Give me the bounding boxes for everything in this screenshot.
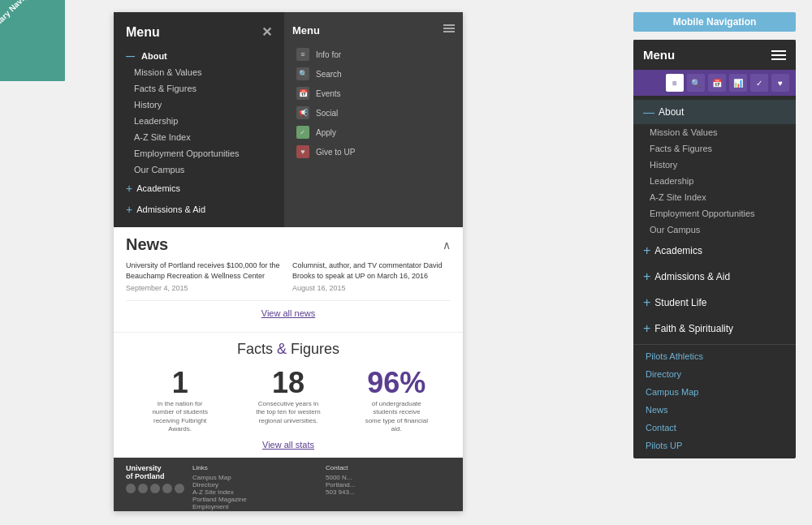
mobile-blue-link-campus-map[interactable]: Campus Map <box>633 383 796 401</box>
dropdown-item-history[interactable]: History <box>114 97 284 113</box>
search-label: Search <box>316 70 342 79</box>
dropdown-item-mission[interactable]: Mission & Values <box>114 64 284 80</box>
mobile-blue-link-contact[interactable]: Contact <box>633 419 796 437</box>
dropdown-plus-icon: + <box>126 203 132 216</box>
footer-addr1: 5000 N... <box>326 474 451 481</box>
news-title: News <box>126 235 168 254</box>
footer-addr2: Portland... <box>326 481 451 488</box>
footer-link-2[interactable]: Directory <box>192 481 317 488</box>
dropdown-item-facts[interactable]: Facts & Figures <box>114 80 284 97</box>
mobile-blue-link-directory[interactable]: Directory <box>633 365 796 383</box>
mobile-nav-label: Mobile Navigation <box>633 12 796 32</box>
footer-contact-header: Contact <box>326 464 451 471</box>
mobile-blue-link-pilots-up[interactable]: Pilots UP <box>633 437 796 454</box>
dropdown-title: Menu <box>126 25 160 40</box>
mobile-sub-leadership[interactable]: Leadership <box>633 173 796 189</box>
dropdown-about-label: About <box>141 51 167 61</box>
mobile-about-label: About <box>659 106 684 118</box>
mobile-blue-link-pilots-athletics[interactable]: Pilots Athletics <box>633 347 796 365</box>
social-label: Social <box>316 109 338 118</box>
mobile-section-academics[interactable]: + Academics <box>633 238 796 264</box>
mobile-menu-container: Menu ≡ 🔍 📅 📊 ✓ ♥ — About Mission & Value… <box>633 40 796 458</box>
fact-2-desc: Consecutive years in the top ten for wes… <box>256 400 321 425</box>
mobile-nav-area: Mobile Navigation Menu ≡ 🔍 📅 📊 ✓ ♥ — Abo… <box>633 12 796 458</box>
footer-contact: Contact 5000 N... Portland... 503 943... <box>326 464 451 510</box>
dropdown-right-item-give[interactable]: ♥ Give to UP <box>284 142 463 161</box>
mobile-section-faith[interactable]: + Faith & Spirituality <box>633 316 796 342</box>
mobile-sub-az[interactable]: A-Z Site Index <box>633 189 796 205</box>
info-for-icon: ≡ <box>296 48 309 61</box>
fact-item-2: 18 Consecutive years in the top ten for … <box>256 366 321 434</box>
mobile-icon-stats[interactable]: 📊 <box>729 74 747 92</box>
dropdown-academics-label: Academics <box>136 183 180 193</box>
mobile-sub-history[interactable]: History <box>633 157 796 173</box>
mobile-sub-our-campus[interactable]: Our Campus <box>633 222 796 238</box>
dropdown-item-employment[interactable]: Employment Opportunities <box>114 145 284 161</box>
dropdown-item-leadership[interactable]: Leadership <box>114 113 284 129</box>
dropdown-menu: Menu ✕ — About Mission & Values Facts & … <box>114 12 463 227</box>
fact-1-desc: In the nation for number of students rec… <box>148 400 213 434</box>
mobile-plus-icon: + <box>643 321 650 336</box>
fact-3-desc: of undergraduate students receive some t… <box>364 400 429 434</box>
dropdown-right-item-events[interactable]: 📅 Events <box>284 84 463 103</box>
view-all-news[interactable]: View all news <box>126 300 451 324</box>
dropdown-section-academics[interactable]: + Academics <box>114 178 284 199</box>
mobile-hamburger-icon[interactable] <box>771 50 786 60</box>
dropdown-right-item-social[interactable]: 📢 Social <box>284 103 463 123</box>
mobile-plus-icon: + <box>643 243 650 258</box>
view-all-stats-link[interactable]: View all stats <box>126 440 451 450</box>
mobile-menu-title: Menu <box>643 48 675 62</box>
footer-logo: University of Portland <box>126 464 184 510</box>
footer-link-3[interactable]: A-Z Site Index <box>192 488 317 496</box>
dropdown-dash-icon: — <box>126 51 135 61</box>
mobile-active-dash: — <box>643 105 654 118</box>
mobile-icon-search[interactable]: 🔍 <box>687 74 705 92</box>
website-area: University of Portland i ∨ PL Menu ✕ — <box>114 12 463 511</box>
facts-section: Facts & Figures 1 In the nation for numb… <box>114 332 463 458</box>
news-grid: University of Portland receives $100,000… <box>126 260 451 294</box>
mobile-item-about[interactable]: — About <box>633 100 796 124</box>
fact-item-3: 96% of undergraduate students receive so… <box>364 366 429 434</box>
ampersand-icon: & <box>277 341 291 357</box>
news-item-2-text: Columnist, author, and TV commentator Da… <box>292 260 451 281</box>
footer-link-1[interactable]: Campus Map <box>192 474 317 481</box>
fact-1-number: 1 <box>148 366 213 400</box>
dropdown-student-life-label: Student Life <box>136 226 184 227</box>
dropdown-right-item-apply[interactable]: ✓ Apply <box>284 123 463 142</box>
facts-title: Facts & Figures <box>126 341 451 358</box>
dropdown-right-item-inffor[interactable]: ≡ Info for <box>284 45 463 64</box>
site-footer: University of Portland Links Campus Map … <box>114 458 463 511</box>
mobile-sub-employment[interactable]: Employment Opportunities <box>633 205 796 222</box>
mobile-sub-mission[interactable]: Mission & Values <box>633 124 796 140</box>
view-all-news-link[interactable]: View all news <box>261 308 315 318</box>
mobile-blue-link-news[interactable]: News <box>633 401 796 419</box>
news-item-1-date: September 4, 2015 <box>126 283 284 294</box>
mobile-divider <box>633 344 796 345</box>
news-collapse-button[interactable]: ∧ <box>443 239 451 252</box>
mobile-icon-calendar[interactable]: 📅 <box>708 74 726 92</box>
dropdown-close-button[interactable]: ✕ <box>261 24 272 40</box>
mobile-icon-apply[interactable]: ✓ <box>750 74 768 92</box>
info-for-label: Info for <box>316 50 341 59</box>
mobile-plus-icon: + <box>643 295 650 310</box>
mobile-menu-header: Menu <box>633 40 796 70</box>
news-item-2: Columnist, author, and TV commentator Da… <box>292 260 451 294</box>
dropdown-section-student-life[interactable]: + Student Life <box>114 220 284 227</box>
dropdown-section-admissions[interactable]: + Admissions & Aid <box>114 199 284 220</box>
dropdown-item-about[interactable]: — About <box>114 48 284 64</box>
footer-link-5[interactable]: Employment <box>192 503 317 510</box>
dropdown-item-campus[interactable]: Our Campus <box>114 161 284 178</box>
dropdown-header: Menu ✕ <box>114 20 284 48</box>
mobile-sub-facts[interactable]: Facts & Figures <box>633 140 796 157</box>
dropdown-right-item-search[interactable]: 🔍 Search <box>284 64 463 84</box>
dropdown-item-az[interactable]: A-Z Site Index <box>114 129 284 145</box>
mobile-icon-menu[interactable]: ≡ <box>666 74 684 92</box>
mobile-section-student-life[interactable]: + Student Life <box>633 290 796 316</box>
mobile-faith-label: Faith & Spirituality <box>654 323 733 334</box>
footer-links-header: Links <box>192 464 317 471</box>
mobile-icon-give[interactable]: ♥ <box>771 74 789 92</box>
footer-phone: 503 943... <box>326 488 451 496</box>
mobile-section-admissions[interactable]: + Admissions & Aid <box>633 264 796 290</box>
footer-link-4[interactable]: Portland Magazine <box>192 496 317 503</box>
mobile-admissions-label: Admissions & Aid <box>654 271 730 282</box>
